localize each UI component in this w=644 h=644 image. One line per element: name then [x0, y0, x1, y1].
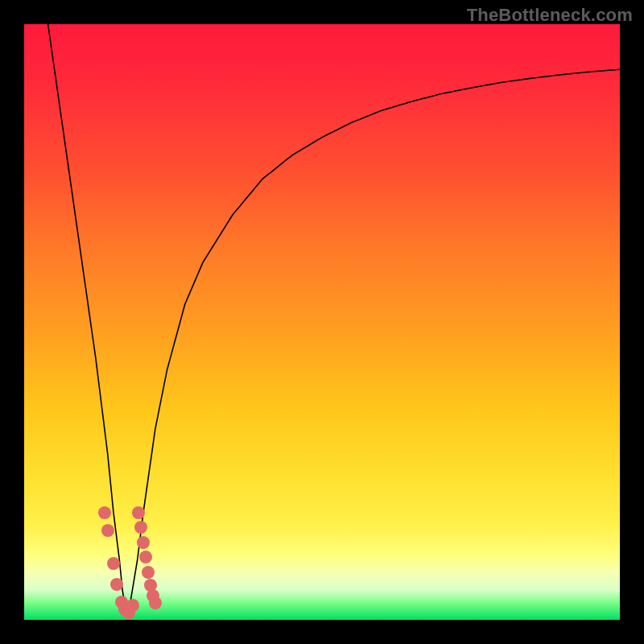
data-marker — [98, 506, 111, 519]
data-marker — [101, 524, 114, 537]
data-marker — [134, 521, 147, 534]
plot-area — [24, 24, 620, 620]
data-marker — [107, 557, 120, 570]
data-marker — [139, 551, 152, 564]
chart-stage: TheBottleneck.com — [0, 0, 644, 644]
data-marker — [132, 506, 145, 519]
data-marker — [149, 597, 162, 609]
watermark-text: TheBottleneck.com — [467, 5, 633, 26]
data-marker — [137, 536, 150, 549]
bottleneck-curve — [48, 24, 620, 614]
data-marker — [126, 599, 139, 612]
data-marker — [142, 566, 155, 579]
data-marker — [110, 578, 123, 591]
